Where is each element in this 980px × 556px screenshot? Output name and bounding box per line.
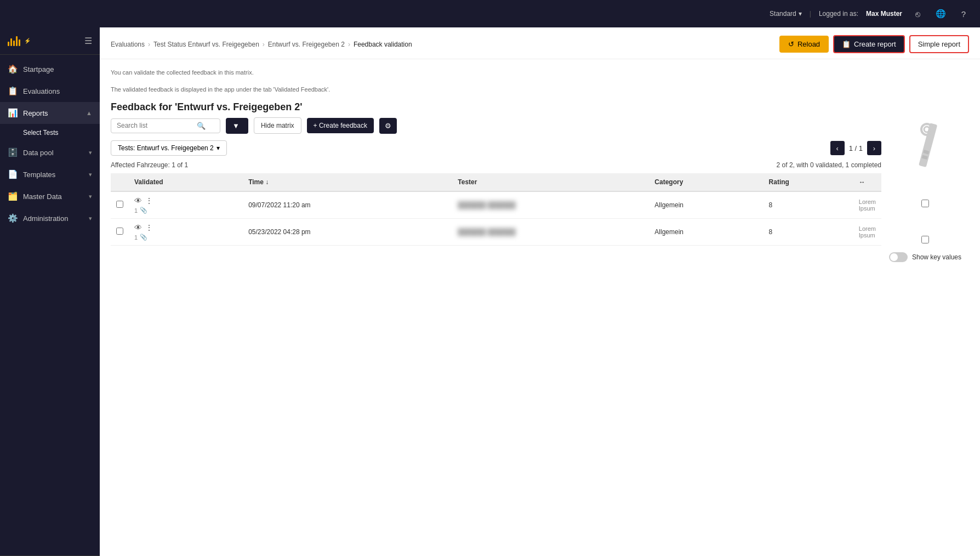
row2-date: 05/23/2022 04:28 pm: [243, 219, 452, 246]
sidebar-label-master-data: Master Data: [23, 192, 83, 201]
masterdata-chevron: ▾: [89, 193, 92, 200]
reports-chevron: ▲: [86, 110, 92, 116]
page-title: Feedback for 'Entwurf vs. Freigegeben 2': [111, 101, 969, 113]
reload-button[interactable]: ↺ Reload: [779, 36, 829, 53]
breadcrumb-test-status[interactable]: Test Status Entwurf vs. Freigegeben: [153, 41, 259, 48]
create-report-label: Create report: [854, 40, 896, 48]
row1-more-icon[interactable]: ⋮: [145, 196, 153, 205]
sidebar-label-data-pool: Data pool: [23, 149, 83, 157]
row2-checkbox[interactable]: [116, 228, 123, 235]
next-page-button[interactable]: ›: [867, 141, 881, 155]
topbar-right: Standard ▾ | Logged in as: Max Muster ⎋ …: [770, 6, 971, 21]
logo: ⚡: [8, 36, 31, 46]
row2-more-icon[interactable]: ⋮: [145, 223, 153, 232]
logged-in-label: Logged in as:: [819, 10, 858, 18]
row1-view-icon[interactable]: 👁: [134, 196, 142, 205]
show-key-values-row: Show key values: [889, 252, 961, 262]
sidebar-label-startpage: Startpage: [23, 65, 92, 73]
stats-label: 2 of 2, with 0 validated, 1 completed: [777, 161, 881, 169]
sidebar-nav: 🏠 Startpage 📋 Evaluations 📊 Reports ▲ Se…: [0, 55, 100, 555]
show-key-values-label: Show key values: [912, 253, 961, 261]
search-input[interactable]: [117, 122, 193, 129]
table-body: 👁 ⋮ 1 📎 09/07/2022 11:20 am: [111, 191, 881, 246]
sidebar-item-data-pool[interactable]: 🗄️ Data pool ▾: [0, 141, 100, 163]
settings-button[interactable]: ⚙: [379, 118, 397, 134]
row1-category: Allgemein: [649, 191, 763, 219]
filter-button[interactable]: ▼: [226, 118, 248, 134]
tests-filter-button[interactable]: Tests: Entwurf vs. Freigegeben 2 ▾: [111, 140, 227, 156]
templates-icon: 📄: [8, 169, 18, 179]
simple-report-label: Simple report: [918, 40, 960, 48]
row2-checkbox-cell: [111, 219, 129, 246]
chevron-down-icon: ▾: [799, 10, 802, 18]
col-expand[interactable]: ↔: [853, 173, 881, 191]
row1-date: 09/07/2022 11:20 am: [243, 191, 452, 219]
row1-rating: 8: [764, 191, 853, 219]
filter-row: Tests: Entwurf vs. Freigegeben 2 ▾ ‹ 1 /…: [111, 140, 881, 156]
row1-tester: ██████ ██████: [452, 191, 649, 219]
breadcrumb: Evaluations › Test Status Entwurf vs. Fr…: [111, 41, 412, 48]
standard-label: Standard: [770, 10, 796, 18]
col-rating: Rating: [764, 173, 853, 191]
masterdata-icon: 🗂️: [8, 191, 18, 201]
search-box: 🔍: [111, 118, 220, 133]
table-header: Validated Time ↓ Tester Category Rating …: [111, 173, 881, 191]
col-tester: Tester: [452, 173, 649, 191]
col-time[interactable]: Time ↓: [243, 173, 452, 191]
hide-matrix-label: Hide matrix: [261, 122, 294, 129]
sidebar-item-startpage[interactable]: 🏠 Startpage: [0, 58, 100, 80]
reload-label: Reload: [797, 40, 820, 48]
toolbar: 🔍 ▼ Hide matrix + Create feedback: [111, 117, 881, 134]
simple-report-button[interactable]: Simple report: [909, 35, 969, 53]
logo-bars: [8, 36, 20, 46]
search-icon: 🔍: [197, 122, 206, 130]
create-report-button[interactable]: 📋 Create report: [833, 35, 905, 53]
content-body: You can validate the collected feedback …: [100, 59, 980, 276]
right-panel: Show key values: [881, 117, 969, 268]
breadcrumb-sep-1: ›: [148, 41, 150, 48]
breadcrumb-sep-2: ›: [263, 41, 265, 48]
prev-page-button[interactable]: ‹: [830, 141, 845, 155]
table-row: 👁 ⋮ 1 📎 05/23/2022 04:28 pm: [111, 219, 881, 246]
sidebar-label-reports: Reports: [23, 109, 81, 117]
svg-point-4: [924, 127, 930, 132]
hide-matrix-button[interactable]: Hide matrix: [254, 117, 301, 134]
standard-dropdown[interactable]: Standard ▾: [770, 10, 802, 18]
sidebar-label-select-tests: Select Tests: [23, 129, 58, 137]
row1-checkbox-cell: [111, 191, 129, 219]
sidebar-item-master-data[interactable]: 🗂️ Master Data ▾: [0, 185, 100, 207]
row2-view-icon[interactable]: 👁: [134, 223, 142, 232]
reports-icon: 📊: [8, 108, 18, 118]
show-key-values-toggle[interactable]: [889, 252, 908, 262]
hamburger-icon[interactable]: ☰: [84, 36, 92, 46]
sidebar-item-reports[interactable]: 📊 Reports ▲: [0, 102, 100, 124]
create-report-icon: 📋: [842, 40, 851, 48]
username-label: Max Muster: [866, 10, 902, 18]
breadcrumb-entwurf[interactable]: Entwurf vs. Freigegeben 2: [268, 41, 345, 48]
row2-category: Allgemein: [649, 219, 763, 246]
table-row: 👁 ⋮ 1 📎 09/07/2022 11:20 am: [111, 191, 881, 219]
side-checkbox-1[interactable]: [921, 200, 929, 207]
sidebar-item-select-tests[interactable]: Select Tests: [0, 124, 100, 141]
row2-note: Lorem Ipsum: [853, 219, 881, 246]
topbar-separator: |: [810, 10, 811, 18]
row2-actions: 👁 ⋮ 1 📎: [129, 219, 243, 246]
header-actions: ↺ Reload 📋 Create report Simple report: [779, 35, 969, 53]
globe-icon[interactable]: 🌐: [933, 6, 948, 21]
page-header: Evaluations › Test Status Entwurf vs. Fr…: [100, 27, 980, 59]
key-svg: [906, 123, 944, 189]
help-icon[interactable]: ?: [956, 6, 971, 21]
create-feedback-button[interactable]: + Create feedback: [307, 118, 374, 133]
side-checkbox-2[interactable]: [921, 236, 929, 243]
row1-checkbox[interactable]: [116, 201, 123, 208]
logout-icon[interactable]: ⎋: [910, 6, 925, 21]
sidebar: ⚡ ☰ 🏠 Startpage 📋 Evaluations 📊 Reports …: [0, 27, 100, 556]
sidebar-item-administration[interactable]: ⚙️ Administration ▾: [0, 207, 100, 229]
info-text-2: The validated feedback is displayed in t…: [111, 85, 969, 94]
breadcrumb-sep-3: ›: [348, 41, 350, 48]
breadcrumb-evaluations[interactable]: Evaluations: [111, 41, 145, 48]
sidebar-item-evaluations[interactable]: 📋 Evaluations: [0, 80, 100, 102]
key-image: [903, 123, 947, 189]
sidebar-item-templates[interactable]: 📄 Templates ▾: [0, 163, 100, 185]
evaluations-icon: 📋: [8, 86, 18, 96]
